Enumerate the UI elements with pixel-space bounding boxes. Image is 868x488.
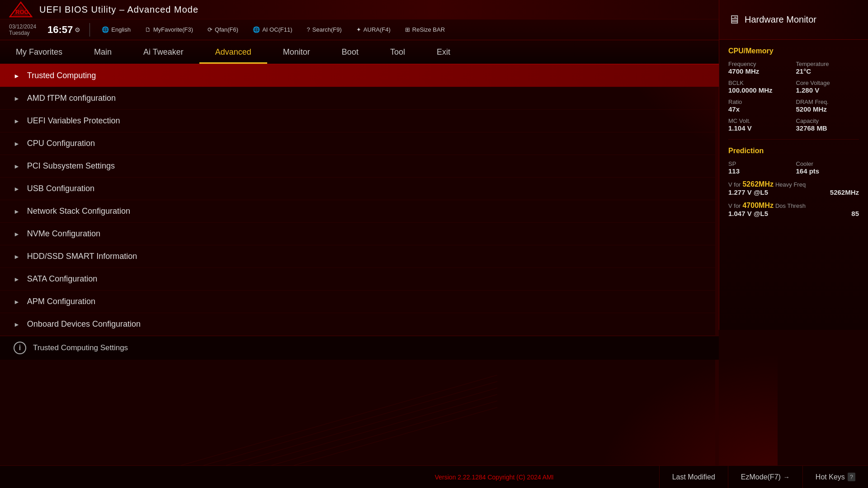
favorite-icon: 🗋: [145, 26, 151, 33]
menu-label-uefi-vars: UEFI Variables Protection: [27, 116, 120, 126]
menu-label-apm-config: APM Configuration: [27, 297, 95, 306]
ai-icon: 🌐: [253, 26, 260, 33]
globe-icon: 🌐: [102, 26, 109, 33]
menu-label-pci-subsystem: PCI Subsystem Settings: [27, 161, 115, 171]
frequency-label: Frequency: [728, 61, 792, 67]
info-bar: i Trusted Computing Settings: [0, 336, 719, 360]
menu-arrow-pci-subsystem: ►: [14, 163, 20, 170]
cpu-memory-title: CPU/Memory: [728, 47, 859, 55]
menu-label-sata-config: SATA Configuration: [27, 274, 97, 284]
v-for-label-1: V for: [728, 181, 741, 188]
nav-item-tool[interactable]: Tool: [374, 40, 421, 64]
nav-item-main[interactable]: Main: [78, 40, 127, 64]
menu-arrow-amd-ftpm: ►: [14, 95, 20, 102]
version-text: Version 2.22.1284 Copyright (C) 2024 AMI: [435, 474, 554, 481]
ratio-value: 47x: [728, 105, 792, 113]
frequency-value: 4700 MHz: [728, 67, 792, 75]
nav-label-exit: Exit: [437, 47, 450, 57]
footer-version: Version 2.22.1284 Copyright (C) 2024 AMI: [330, 474, 659, 481]
menu-label-onboard-devices: Onboard Devices Configuration: [27, 319, 141, 329]
last-modified-btn[interactable]: Last Modified: [659, 466, 728, 488]
capacity-value: 32768 MB: [796, 124, 859, 132]
footer: Version 2.22.1284 Copyright (C) 2024 AMI…: [0, 465, 868, 488]
language-btn[interactable]: 🌐 English: [99, 25, 133, 34]
monitor-icon: 🖥: [728, 13, 740, 27]
capacity-col: Capacity 32768 MB: [796, 117, 859, 132]
menu-item-uefi-vars[interactable]: ►UEFI Variables Protection: [0, 110, 719, 132]
v-for-freq-2: 4700MHz: [742, 202, 773, 210]
menu-item-apm-config[interactable]: ►APM Configuration: [0, 291, 719, 313]
bclk-col: BCLK 100.0000 MHz: [728, 80, 792, 94]
menu-item-network-stack[interactable]: ►Network Stack Configuration: [0, 200, 719, 223]
menu-item-onboard-devices[interactable]: ►Onboard Devices Configuration: [0, 313, 719, 336]
datetime: 03/12/2024 Tuesday: [9, 23, 36, 36]
hot-keys-btn[interactable]: Hot Keys ?: [802, 466, 868, 488]
menu-item-amd-ftpm[interactable]: ►AMD fTPM configuration: [0, 87, 719, 110]
menu-item-hdd-ssd-smart[interactable]: ►HDD/SSD SMART Information: [0, 245, 719, 268]
nav-label-advanced: Advanced: [215, 47, 251, 57]
v-for-freq-1: 5262MHz: [742, 180, 773, 188]
search-icon: ?: [307, 26, 310, 33]
my-favorite-btn[interactable]: 🗋 MyFavorite(F3): [142, 25, 196, 34]
menu-arrow-cpu-config: ►: [14, 140, 20, 147]
sp-value: 113: [728, 167, 792, 175]
fan-icon: ⟳: [208, 26, 212, 33]
menu-list: ►Trusted Computing►AMD fTPM configuratio…: [0, 65, 719, 336]
menu-item-cpu-config[interactable]: ►CPU Configuration: [0, 132, 719, 155]
nav-label-monitor: Monitor: [283, 47, 310, 57]
page-title: UEFI BIOS Utility – Advanced Mode: [39, 5, 198, 15]
mc-volt-col: MC Volt. 1.104 V: [728, 117, 792, 132]
ez-mode-btn[interactable]: EzMode(F7) →: [728, 466, 802, 488]
nav-item-my-favorites[interactable]: My Favorites: [0, 40, 78, 64]
nav-label-my-favorites: My Favorites: [16, 47, 62, 57]
qfan-btn[interactable]: ⟳ Qfan(F6): [205, 25, 241, 34]
menu-label-trusted-computing: Trusted Computing: [27, 71, 96, 80]
nav-item-boot[interactable]: Boot: [326, 40, 374, 64]
aura-btn[interactable]: ✦ AURA(F4): [354, 25, 393, 34]
hot-keys-badge: ?: [848, 473, 855, 481]
dos-thresh-label: Dos Thresh: [775, 202, 806, 209]
toolbar-divider-1: [90, 23, 90, 37]
gear-icon[interactable]: ⚙: [75, 26, 80, 33]
menu-item-nvme-config[interactable]: ►NVMe Configuration: [0, 223, 719, 245]
menu-item-trusted-computing[interactable]: ►Trusted Computing: [0, 65, 719, 87]
time-value: 16:57: [47, 25, 73, 35]
v-for-label-2: V for: [728, 202, 741, 209]
prediction-grid: SP 113 Cooler 164 pts: [728, 160, 859, 175]
ez-mode-arrow-icon: →: [783, 474, 790, 481]
hot-keys-label: Hot Keys: [816, 473, 845, 481]
nav-item-monitor[interactable]: Monitor: [267, 40, 326, 64]
ai-oc-btn[interactable]: 🌐 AI OC(F11): [250, 25, 295, 34]
menu-arrow-network-stack: ►: [14, 208, 20, 215]
nav-item-exit[interactable]: Exit: [421, 40, 466, 64]
nav-label-boot: Boot: [342, 47, 359, 57]
menu-arrow-usb-config: ►: [14, 185, 20, 192]
nav-label-tool: Tool: [390, 47, 405, 57]
resize-bar-btn[interactable]: ⊞ ReSize BAR: [402, 25, 448, 34]
svg-text:ROG: ROG: [15, 9, 29, 15]
nav-item-ai-tweaker[interactable]: Ai Tweaker: [127, 40, 199, 64]
time-display: 16:57 ⚙: [47, 25, 80, 35]
hw-divider: [728, 139, 859, 140]
v-for-freq-right-1: 5262MHz: [830, 188, 859, 196]
hw-monitor-body: CPU/Memory Frequency 4700 MHz Temperatur…: [719, 40, 868, 225]
search-btn[interactable]: ? Search(F9): [304, 25, 344, 34]
prediction-title: Prediction: [728, 147, 859, 155]
menu-item-pci-subsystem[interactable]: ►PCI Subsystem Settings: [0, 155, 719, 178]
nav-item-advanced[interactable]: Advanced: [199, 40, 267, 64]
menu-label-cpu-config: CPU Configuration: [27, 139, 95, 148]
nav-spacer: [466, 40, 719, 64]
ratio-label: Ratio: [728, 99, 792, 105]
mc-volt-value: 1.104 V: [728, 124, 792, 132]
sp-col: SP 113: [728, 160, 792, 175]
core-voltage-col: Core Voltage 1.280 V: [796, 80, 859, 94]
last-modified-label: Last Modified: [672, 473, 715, 481]
aura-label: AURA(F4): [363, 26, 391, 33]
date: 03/12/2024: [9, 23, 36, 30]
menu-arrow-onboard-devices: ►: [14, 321, 20, 328]
v-for-5262-row: V for 5262MHz Heavy Freq 1.277 V @L5 526…: [728, 180, 859, 196]
v-for-4700-row: V for 4700MHz Dos Thresh 1.047 V @L5 85: [728, 202, 859, 217]
menu-item-usb-config[interactable]: ►USB Configuration: [0, 178, 719, 200]
menu-item-sata-config[interactable]: ►SATA Configuration: [0, 268, 719, 291]
cooler-label: Cooler: [796, 160, 859, 167]
